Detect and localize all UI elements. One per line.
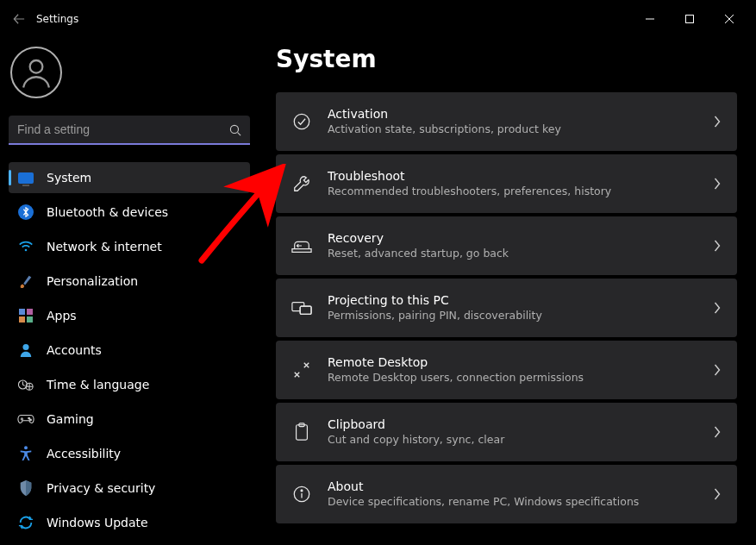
- sidebar-item-label: Privacy & security: [47, 481, 155, 495]
- card-recovery[interactable]: Recovery Reset, advanced startup, go bac…: [276, 216, 737, 275]
- sidebar-item-label: Accessibility: [47, 447, 121, 460]
- titlebar: Settings: [0, 0, 756, 38]
- sidebar-item-label: Gaming: [47, 412, 94, 426]
- bluetooth-icon: [17, 204, 34, 221]
- chevron-right-icon: [713, 302, 722, 314]
- back-button[interactable]: [7, 7, 31, 31]
- page-title: System: [276, 45, 737, 73]
- card-remote-desktop[interactable]: Remote Desktop Remote Desktop users, con…: [276, 341, 737, 399]
- svg-rect-8: [27, 309, 33, 315]
- card-text: Recovery Reset, advanced startup, go bac…: [328, 230, 713, 260]
- sidebar-item-system[interactable]: System: [9, 162, 250, 193]
- card-subtitle: Cut and copy history, sync, clear: [328, 433, 713, 447]
- apps-icon: [17, 307, 34, 324]
- search-field[interactable]: [9, 116, 250, 145]
- svg-point-15: [30, 419, 32, 421]
- chevron-right-icon: [713, 178, 722, 190]
- search-icon: [229, 124, 241, 136]
- paintbrush-icon: [17, 272, 34, 290]
- sidebar-item-bluetooth[interactable]: Bluetooth & devices: [9, 197, 250, 228]
- search-input[interactable]: [9, 116, 250, 145]
- update-icon: [17, 514, 34, 531]
- sidebar-item-label: Bluetooth & devices: [47, 205, 168, 219]
- sidebar-item-label: Windows Update: [47, 516, 148, 529]
- card-title: Remote Desktop: [328, 354, 713, 370]
- chevron-right-icon: [713, 426, 722, 438]
- svg-rect-7: [19, 309, 25, 315]
- sidebar-item-label: Network & internet: [47, 240, 162, 254]
- sidebar-item-time[interactable]: Time & language: [9, 369, 250, 400]
- sidebar-item-gaming[interactable]: Gaming: [9, 404, 250, 435]
- card-subtitle: Activation state, subscriptions, product…: [328, 122, 713, 136]
- sidebar-item-label: System: [47, 171, 91, 185]
- card-subtitle: Remote Desktop users, connection permiss…: [328, 371, 713, 385]
- card-text: Projecting to this PC Permissions, pairi…: [328, 292, 713, 323]
- app-title: Settings: [36, 13, 78, 25]
- sidebar-item-apps[interactable]: Apps: [9, 300, 250, 331]
- card-activation[interactable]: Activation Activation state, subscriptio…: [276, 92, 737, 151]
- sidebar-item-label: Apps: [47, 309, 77, 323]
- wifi-icon: [17, 238, 34, 255]
- svg-rect-21: [297, 425, 308, 440]
- card-clipboard[interactable]: Clipboard Cut and copy history, sync, cl…: [276, 403, 737, 461]
- card-title: Clipboard: [328, 417, 713, 432]
- card-subtitle: Device specifications, rename PC, Window…: [328, 495, 713, 509]
- svg-rect-10: [27, 316, 33, 323]
- settings-list: Activation Activation state, subscriptio…: [276, 92, 737, 523]
- sidebar-item-update[interactable]: Windows Update: [9, 507, 250, 538]
- card-title: About: [328, 479, 713, 494]
- chevron-right-icon: [713, 364, 722, 376]
- sidebar-item-privacy[interactable]: Privacy & security: [9, 473, 250, 504]
- sidebar: System Bluetooth & devices Network & int…: [0, 38, 259, 545]
- svg-point-17: [294, 114, 309, 128]
- svg-rect-19: [300, 306, 311, 314]
- card-about[interactable]: About Device specifications, rename PC, …: [276, 465, 737, 523]
- sidebar-item-label: Time & language: [47, 378, 149, 392]
- card-subtitle: Permissions, pairing PIN, discoverabilit…: [328, 309, 713, 323]
- card-title: Recovery: [328, 230, 713, 246]
- nav-list: System Bluetooth & devices Network & int…: [9, 162, 250, 538]
- svg-line-6: [238, 133, 241, 136]
- activation-icon: [291, 111, 312, 132]
- clipboard-icon: [291, 422, 312, 442]
- svg-point-16: [24, 446, 28, 449]
- svg-point-25: [301, 490, 303, 492]
- maximize-button[interactable]: [670, 6, 709, 32]
- sidebar-item-label: Accounts: [47, 343, 102, 357]
- sidebar-item-network[interactable]: Network & internet: [9, 231, 250, 262]
- card-text: Clipboard Cut and copy history, sync, cl…: [328, 417, 713, 447]
- card-troubleshoot[interactable]: Troubleshoot Recommended troubleshooters…: [276, 154, 737, 213]
- window-controls: [630, 6, 749, 32]
- card-subtitle: Reset, advanced startup, go back: [328, 247, 713, 260]
- minimize-button[interactable]: [630, 6, 670, 32]
- card-projecting[interactable]: Projecting to this PC Permissions, pairi…: [276, 279, 737, 337]
- chevron-right-icon: [713, 240, 722, 252]
- chevron-right-icon: [713, 116, 722, 128]
- main-panel: System Activation Activation state, subs…: [259, 38, 756, 545]
- svg-rect-1: [686, 16, 694, 23]
- card-text: Troubleshoot Recommended troubleshooters…: [328, 168, 713, 198]
- svg-point-4: [30, 60, 43, 73]
- card-title: Projecting to this PC: [328, 292, 713, 308]
- remote-desktop-icon: [291, 360, 312, 380]
- chevron-right-icon: [713, 488, 722, 500]
- clock-globe-icon: [17, 376, 34, 393]
- close-button[interactable]: [709, 6, 749, 32]
- card-text: Remote Desktop Remote Desktop users, con…: [328, 354, 713, 385]
- recovery-icon: [291, 235, 312, 256]
- card-text: About Device specifications, rename PC, …: [328, 479, 713, 509]
- info-icon: [291, 484, 312, 504]
- sidebar-item-label: Personalization: [47, 274, 138, 288]
- sidebar-item-accounts[interactable]: Accounts: [9, 335, 250, 366]
- person-icon: [17, 341, 34, 359]
- sidebar-item-accessibility[interactable]: Accessibility: [9, 438, 250, 469]
- card-text: Activation Activation state, subscriptio…: [328, 106, 713, 136]
- system-icon: [17, 169, 34, 186]
- svg-point-5: [230, 125, 238, 133]
- svg-point-14: [28, 417, 30, 419]
- profile-row[interactable]: [9, 45, 250, 100]
- sidebar-item-personalization[interactable]: Personalization: [9, 266, 250, 297]
- card-subtitle: Recommended troubleshooters, preferences…: [328, 185, 713, 198]
- wrench-icon: [291, 173, 312, 194]
- svg-rect-9: [19, 316, 25, 323]
